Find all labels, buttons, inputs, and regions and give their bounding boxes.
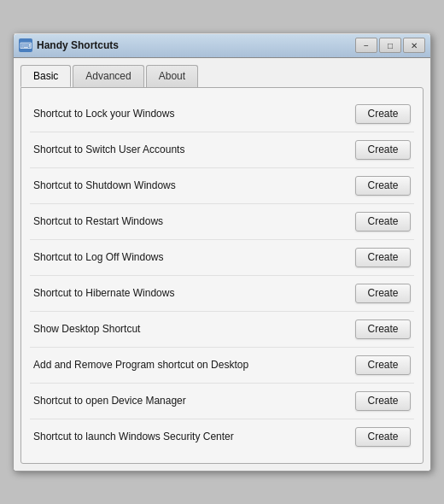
shortcut-label: Shortcut to Shutdown Windows [33,179,355,191]
main-window: ⌨ Handy Shortcuts − □ ✕ Basic Advanced A… [13,33,431,472]
create-button[interactable]: Create [355,248,411,267]
shortcut-label: Add and Remove Program shortcut on Deskt… [33,359,355,371]
table-row: Shortcut to Hibernate WindowsCreate [30,276,414,312]
create-button[interactable]: Create [355,104,411,124]
shortcut-label: Shortcut to Lock your Windows [33,108,355,120]
table-row: Shortcut to Lock your WindowsCreate [30,97,414,132]
minimize-button[interactable]: − [355,38,377,53]
shortcut-label: Show Desktop Shortcut [33,323,355,335]
tab-bar: Basic Advanced About [20,65,424,87]
table-row: Shortcut to Switch User AccountsCreate [30,132,414,168]
create-button[interactable]: Create [355,212,411,231]
table-row: Shortcut to Log Off WindowsCreate [30,240,414,276]
close-button[interactable]: ✕ [403,38,425,53]
create-button[interactable]: Create [355,427,411,447]
table-row: Add and Remove Program shortcut on Deskt… [30,348,414,384]
tab-content-basic: Shortcut to Lock your WindowsCreateShort… [20,87,424,464]
shortcut-label: Shortcut to Hibernate Windows [33,287,355,299]
create-button[interactable]: Create [355,319,411,339]
tab-basic[interactable]: Basic [20,65,71,87]
shortcut-label: Shortcut to Switch User Accounts [33,144,355,155]
window-controls: − □ ✕ [355,38,425,53]
table-row: Shortcut to Shutdown WindowsCreate [30,168,414,204]
create-button[interactable]: Create [355,284,411,303]
create-button[interactable]: Create [355,355,411,375]
table-row: Shortcut to Restart WindowsCreate [30,204,414,240]
maximize-button[interactable]: □ [379,38,401,53]
shortcut-label: Shortcut to Log Off Windows [33,251,355,263]
window-title: Handy Shortcuts [37,39,355,51]
create-button[interactable]: Create [355,391,411,411]
shortcut-label: Shortcut to Restart Windows [33,215,355,227]
app-icon: ⌨ [19,38,32,52]
table-row: Shortcut to launch Windows Security Cent… [30,419,414,454]
title-bar: ⌨ Handy Shortcuts − □ ✕ [14,34,430,58]
table-row: Show Desktop ShortcutCreate [30,312,414,348]
window-content: Basic Advanced About Shortcut to Lock yo… [14,58,430,471]
shortcut-label: Shortcut to launch Windows Security Cent… [33,431,355,442]
tab-advanced[interactable]: Advanced [73,65,143,87]
create-button[interactable]: Create [355,176,411,196]
shortcut-label: Shortcut to open Device Manager [33,395,355,407]
tab-about[interactable]: About [146,65,198,87]
create-button[interactable]: Create [355,140,411,160]
table-row: Shortcut to open Device ManagerCreate [30,384,414,419]
